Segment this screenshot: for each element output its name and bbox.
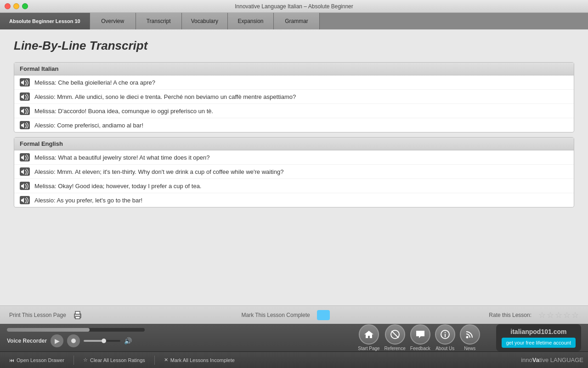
line-en-3: Melissa: Okay! Good idea; however, today… [34, 183, 201, 190]
nav-icons: Start Page Reference Feedback [358, 324, 480, 351]
line-it-3: Melissa: D'accordo! Buona idea, comunque… [34, 108, 213, 115]
transcript-line: Alessio: As you prefer, let's go to the … [14, 193, 574, 207]
nav-feedback[interactable]: Feedback [410, 324, 430, 351]
english-header: Formal English [14, 138, 574, 150]
tab-bar: Absolute Beginner Lesson 10 Overview Tra… [0, 13, 588, 29]
main-window: Absolute Beginner Lesson 10 Overview Tra… [0, 13, 588, 368]
audio-button-en-1[interactable] [20, 153, 30, 161]
complete-label: Mark This Lesson Complete [241, 312, 310, 318]
line-it-1: Melissa: Che bella gioielleria! A che or… [34, 79, 155, 86]
line-en-1: Melissa: What a beautiful jewelry store!… [34, 154, 210, 161]
player-bar: Voice Recorder ▶ 🔊 Star [0, 324, 588, 351]
audio-button-en-4[interactable] [20, 196, 30, 204]
cta-box: italianpod101.com get your free lifetime… [496, 324, 581, 351]
printer-icon[interactable] [73, 311, 82, 319]
info-icon [435, 324, 455, 345]
english-section: Formal English Melissa: What a beautiful… [14, 137, 574, 207]
nav-about-label: About Us [435, 346, 454, 351]
nav-news[interactable]: News [460, 324, 480, 351]
volume-slider[interactable] [84, 340, 120, 342]
feedback-icon [410, 324, 430, 345]
transcript-line: Melissa: Che bella gioielleria! A che or… [14, 75, 574, 90]
audio-button-it-1[interactable] [20, 78, 30, 86]
rate-label: Rate this Lesson: [489, 312, 531, 318]
window-controls [5, 3, 28, 9]
toolbar-divider-2 [154, 356, 155, 365]
close-button[interactable] [5, 3, 11, 9]
transcript-line: Alessio: Mmm. Alle undici, sono le dieci… [14, 90, 574, 104]
tab-lesson[interactable]: Absolute Beginner Lesson 10 [0, 13, 90, 29]
tab-overview[interactable]: Overview [90, 13, 136, 29]
transcript-line: Alessio: Come preferisci, andiamo al bar… [14, 118, 574, 132]
record-button[interactable] [67, 334, 80, 347]
volume-knob [102, 339, 106, 343]
svg-point-3 [80, 315, 81, 316]
mark-incomplete-button[interactable]: ✕ Mark All Lessons Incomplete [159, 355, 239, 365]
nav-feedback-label: Feedback [410, 346, 430, 351]
rss-icon [460, 324, 480, 345]
logo-text: innoVative LANGUAGE [521, 356, 583, 363]
line-it-2: Alessio: Mmm. Alle undici, sono le dieci… [34, 93, 296, 100]
complete-button[interactable] [317, 310, 330, 320]
volume-fill [84, 340, 102, 342]
progress-fill [7, 328, 90, 332]
bottom-toolbar: ⏮ Open Lesson Drawer ☆ Clear All Lesson … [0, 351, 588, 368]
nav-news-label: News [464, 346, 475, 351]
record-dot [71, 339, 76, 343]
star-rating[interactable]: ☆ ☆ ☆ ☆ ☆ [538, 310, 579, 320]
transcript-line: Alessio: Mmm. At eleven; it's ten-thirty… [14, 165, 574, 179]
svg-line-5 [391, 331, 398, 338]
audio-button-en-2[interactable] [20, 167, 30, 176]
window-title: Innovative Language Italian – Absolute B… [235, 3, 353, 10]
open-drawer-button[interactable]: ⏮ Open Lesson Drawer [5, 356, 69, 365]
line-en-2: Alessio: Mmm. At eleven; it's ten-thirty… [34, 168, 283, 175]
drawer-icon: ⏮ [9, 357, 14, 363]
nav-about[interactable]: About Us [435, 324, 455, 351]
logo-area: innoVative LANGUAGE [521, 356, 583, 363]
star-5[interactable]: ☆ [571, 310, 579, 320]
audio-button-it-2[interactable] [20, 92, 30, 101]
content-area: Line-By-Line Transcript Formal Italian M… [0, 29, 588, 305]
clear-ratings-button[interactable]: ☆ Clear All Lesson Ratings [79, 355, 150, 365]
italian-header: Formal Italian [14, 63, 574, 75]
svg-point-9 [466, 336, 468, 339]
star-3[interactable]: ☆ [555, 310, 562, 320]
home-icon [359, 324, 379, 345]
tab-transcript[interactable]: Transcript [136, 13, 182, 29]
transcript-line: Melissa: What a beautiful jewelry store!… [14, 150, 574, 165]
tab-grammar[interactable]: Grammar [274, 13, 320, 29]
progress-bar[interactable] [7, 328, 145, 332]
audio-button-it-3[interactable] [20, 107, 30, 115]
nav-reference-label: Reference [384, 346, 406, 351]
maximize-button[interactable] [22, 3, 28, 9]
action-bar: Print This Lesson Page Mark This Lesson … [0, 305, 588, 324]
line-it-4: Alessio: Come preferisci, andiamo al bar… [34, 122, 143, 129]
star-1[interactable]: ☆ [538, 310, 546, 320]
voice-recorder-label: Voice Recorder [7, 338, 47, 344]
cta-button[interactable]: get your free lifetime account [502, 338, 576, 348]
volume-high-icon: 🔊 [124, 337, 132, 345]
star-2[interactable]: ☆ [547, 310, 554, 320]
reference-icon [385, 324, 405, 345]
svg-rect-1 [75, 311, 80, 314]
minimize-button[interactable] [13, 3, 19, 9]
star-icon: ☆ [83, 357, 88, 363]
transcript-line: Melissa: Okay! Good idea; however, today… [14, 179, 574, 193]
x-icon: ✕ [164, 357, 168, 363]
svg-rect-2 [75, 316, 80, 319]
nav-start-label: Start Page [358, 346, 379, 351]
nav-reference[interactable]: Reference [384, 324, 406, 351]
nav-start[interactable]: Start Page [358, 324, 379, 351]
audio-button-it-4[interactable] [20, 121, 30, 129]
audio-button-en-3[interactable] [20, 182, 30, 190]
print-label: Print This Lesson Page [9, 312, 66, 318]
tab-vocabulary[interactable]: Vocabulary [182, 13, 228, 29]
play-button[interactable]: ▶ [51, 334, 63, 347]
line-en-4: Alessio: As you prefer, let's go to the … [34, 197, 142, 204]
cta-title: italianpod101.com [510, 328, 566, 335]
star-4[interactable]: ☆ [563, 310, 571, 320]
page-title: Line-By-Line Transcript [14, 39, 574, 53]
italian-section: Formal Italian Melissa: Che bella gioiel… [14, 62, 574, 132]
tab-expansion[interactable]: Expansion [228, 13, 274, 29]
transcript-line: Melissa: D'accordo! Buona idea, comunque… [14, 104, 574, 118]
